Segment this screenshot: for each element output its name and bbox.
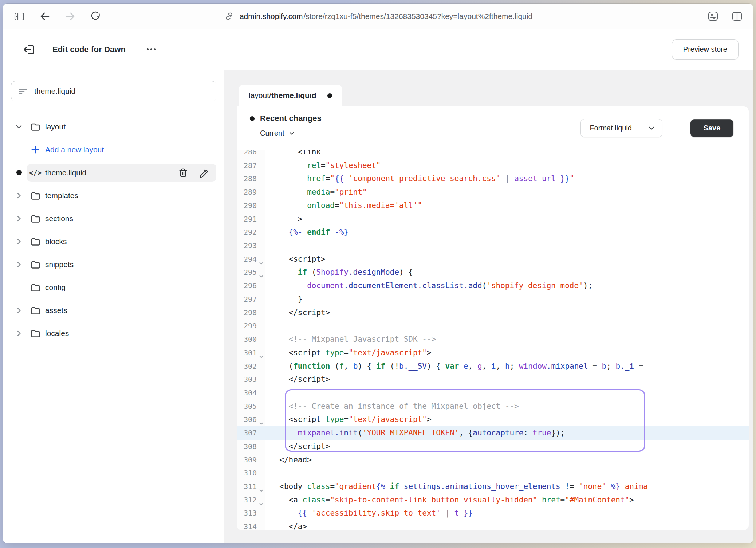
code-line[interactable]: 300 <!-- Mixpanel Javascript SDK --> <box>237 333 749 346</box>
code-line[interactable]: 308 </script> <box>237 440 749 453</box>
code-line[interactable]: 295 if (Shopify.designMode) { <box>237 266 749 279</box>
code-line[interactable]: 312 <a class="skip-to-content-link butto… <box>237 493 749 507</box>
search-input[interactable] <box>34 86 209 96</box>
code-line-text[interactable]: <!-- Mixpanel Javascript SDK --> <box>265 333 749 346</box>
code-line[interactable]: 291 > <box>237 212 749 226</box>
code-editor[interactable]: 286 <link287 rel="stylesheet"288 href="{… <box>237 150 749 530</box>
tree-folder-layout[interactable]: layout <box>11 115 216 138</box>
code-line-text[interactable]: media="print" <box>265 185 749 199</box>
code-line[interactable]: 290 onload="this.media='all'" <box>237 199 749 212</box>
code-line[interactable]: 299 <box>237 319 749 333</box>
split-view-icon[interactable] <box>731 10 744 23</box>
code-line[interactable]: 296 document.documentElement.classList.a… <box>237 279 749 293</box>
code-line-text[interactable]: } <box>265 293 749 306</box>
pencil-icon[interactable] <box>198 167 209 178</box>
code-line-text[interactable]: document.documentElement.classList.add('… <box>265 279 749 293</box>
code-line-text[interactable]: </script> <box>265 306 749 320</box>
code-line[interactable]: 307 mixpanel.init('YOUR_MIXPANEL_TOKEN',… <box>237 426 749 440</box>
tree-file-theme-liquid[interactable]: </> theme.liquid <box>11 161 216 184</box>
code-line[interactable]: 310 <box>237 466 749 480</box>
code-line[interactable]: 286 <link <box>237 150 749 159</box>
folder-icon <box>27 121 44 132</box>
code-line-text[interactable]: {{ 'accessibility.skip_to_text' | t }} <box>265 506 749 520</box>
line-number: 297 <box>237 293 265 306</box>
code-line[interactable]: 289 media="print" <box>237 185 749 199</box>
code-line-text[interactable]: <script type="text/javascript"> <box>265 346 749 360</box>
code-line[interactable]: 304 <box>237 386 749 400</box>
back-arrow-icon[interactable] <box>39 10 51 23</box>
code-line-text[interactable]: href="{{ 'component-predictive-search.cs… <box>265 172 749 185</box>
code-line-text[interactable]: <body class="gradient{% if settings.anim… <box>265 480 749 493</box>
chevron-right-icon[interactable] <box>11 306 27 315</box>
code-line-text[interactable]: (function (f, b) { if (!b.__SV) { var e,… <box>265 360 749 373</box>
code-line-text[interactable]: <!-- Create an instance of the Mixpanel … <box>265 400 749 413</box>
browser-toolbar: admin.shopify.com/store/rzq1xu-f5/themes… <box>3 4 753 29</box>
code-line-text[interactable]: rel="stylesheet" <box>265 159 749 172</box>
code-line-text[interactable] <box>265 386 749 400</box>
code-line-text[interactable]: > <box>265 212 749 226</box>
chevron-right-icon[interactable] <box>11 237 27 246</box>
code-line[interactable]: 314 </a> <box>237 520 749 530</box>
code-line-text[interactable]: <a class="skip-to-content-link button vi… <box>265 493 749 507</box>
exit-editor-icon[interactable] <box>22 43 36 56</box>
code-line-text[interactable]: <link <box>265 150 749 159</box>
save-button[interactable]: Save <box>690 119 734 137</box>
tree-folder-locales[interactable]: locales <box>11 322 216 345</box>
code-line[interactable]: 306 <script type="text/javascript"> <box>237 413 749 426</box>
tree-folder-sections[interactable]: sections <box>11 207 216 230</box>
preview-store-button[interactable]: Preview store <box>672 39 739 60</box>
code-line[interactable]: 288 href="{{ 'component-predictive-searc… <box>237 172 749 185</box>
code-line-text[interactable]: if (Shopify.designMode) { <box>265 266 749 279</box>
code-line[interactable]: 303 </script> <box>237 373 749 386</box>
code-line[interactable]: 294 <script> <box>237 253 749 266</box>
code-line[interactable]: 305 <!-- Create an instance of the Mixpa… <box>237 400 749 413</box>
code-line[interactable]: 311 <body class="gradient{% if settings.… <box>237 480 749 493</box>
code-line[interactable]: 297 } <box>237 293 749 306</box>
tree-folder-templates[interactable]: templates <box>11 184 216 207</box>
format-options-chevron[interactable] <box>641 119 662 137</box>
tab-layout-theme-liquid[interactable]: layout/theme.liquid <box>239 85 342 106</box>
tree-folder-config[interactable]: config <box>11 276 216 299</box>
version-dropdown[interactable]: Current <box>260 129 295 137</box>
format-liquid-button[interactable]: Format liquid <box>580 119 662 137</box>
code-line[interactable]: 313 {{ 'accessibility.skip_to_text' | t … <box>237 506 749 520</box>
sidebar-toggle-icon[interactable] <box>13 10 25 23</box>
code-line[interactable]: 298 </script> <box>237 306 749 320</box>
add-new-layout-link[interactable]: Add a new layout <box>11 138 216 161</box>
code-line-text[interactable]: {%- endif -%} <box>265 226 749 239</box>
url-bar[interactable]: admin.shopify.com/store/rzq1xu-f5/themes… <box>3 11 753 22</box>
code-line-text[interactable]: <script> <box>265 253 749 266</box>
code-line-text[interactable]: mixpanel.init('YOUR_MIXPANEL_TOKEN', {au… <box>265 426 749 440</box>
code-line-text[interactable] <box>265 319 749 333</box>
code-line[interactable]: 293 <box>237 239 749 253</box>
chevron-right-icon[interactable] <box>11 214 27 223</box>
code-line-text[interactable]: </head> <box>265 453 749 467</box>
code-line-text[interactable]: </script> <box>265 373 749 386</box>
tree-folder-blocks[interactable]: blocks <box>11 230 216 253</box>
trash-icon[interactable] <box>178 167 189 178</box>
code-line[interactable]: 309 </head> <box>237 453 749 467</box>
tab-settings-icon[interactable] <box>706 10 720 23</box>
code-line-text[interactable]: <script type="text/javascript"> <box>265 413 749 426</box>
code-line[interactable]: 302 (function (f, b) { if (!b.__SV) { va… <box>237 360 749 373</box>
more-menu-icon[interactable] <box>145 46 158 52</box>
code-line-text[interactable] <box>265 239 749 253</box>
chevron-right-icon[interactable] <box>11 329 27 338</box>
code-line[interactable]: 287 rel="stylesheet" <box>237 159 749 172</box>
tree-folder-snippets[interactable]: snippets <box>11 253 216 276</box>
chevron-right-icon[interactable] <box>11 260 27 269</box>
code-line-text[interactable]: </script> <box>265 440 749 453</box>
tab-path-prefix: layout/ <box>249 91 271 100</box>
code-line[interactable]: 292 {%- endif -%} <box>237 226 749 239</box>
code-line-text[interactable]: onload="this.media='all'" <box>265 199 749 212</box>
chevron-right-icon[interactable] <box>11 191 27 200</box>
chevron-down-icon[interactable] <box>11 122 27 132</box>
code-line-text[interactable] <box>265 466 749 480</box>
app-header: Edit code for Dawn Preview store <box>3 29 753 70</box>
code-line-text[interactable]: </a> <box>265 520 749 530</box>
tree-folder-assets[interactable]: assets <box>11 299 216 322</box>
code-line[interactable]: 301 <script type="text/javascript"> <box>237 346 749 360</box>
forward-arrow-icon[interactable] <box>64 10 76 23</box>
reload-icon[interactable] <box>90 10 102 23</box>
file-search[interactable] <box>11 81 216 101</box>
